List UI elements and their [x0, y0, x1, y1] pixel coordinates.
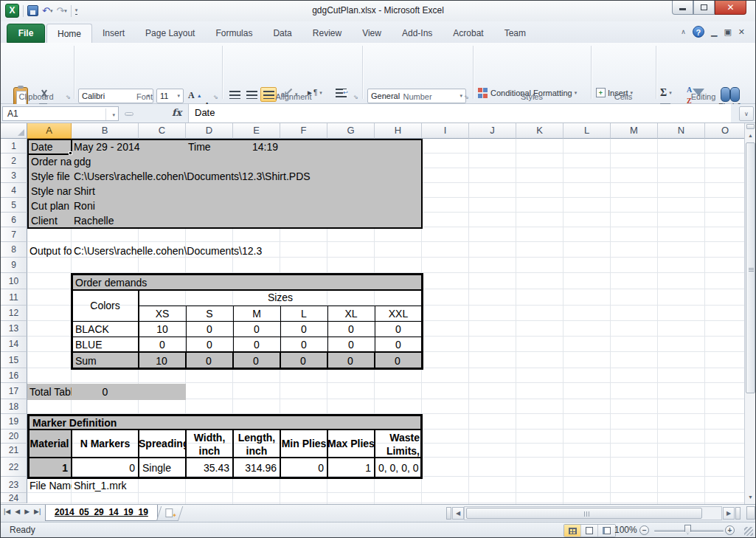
- cell-f22[interactable]: 0: [280, 459, 326, 477]
- row-header-3[interactable]: 3: [1, 168, 27, 183]
- cell-b15[interactable]: Sum: [73, 354, 136, 368]
- zoom-out-button[interactable]: –: [639, 525, 649, 535]
- font-dialog-launcher[interactable]: ⇘: [213, 94, 218, 100]
- cell-b22[interactable]: 0: [72, 459, 137, 477]
- tab-scrollbar-splitter[interactable]: [446, 507, 451, 520]
- row-header-1[interactable]: 1: [1, 139, 27, 154]
- cell-d14[interactable]: 0: [186, 337, 233, 352]
- cell-e20[interactable]: Length, inch: [233, 430, 280, 458]
- cell-b17[interactable]: 0: [72, 384, 139, 399]
- cell-c22[interactable]: Single: [140, 459, 186, 477]
- cell-c14[interactable]: 0: [139, 337, 186, 352]
- cell-b23[interactable]: Shirt_1.mrk: [72, 478, 182, 493]
- row-header-13[interactable]: 13: [1, 321, 27, 337]
- cell-h15[interactable]: 0: [375, 354, 420, 368]
- tab-formulas[interactable]: Formulas: [205, 24, 263, 43]
- cell-h22[interactable]: 0, 0, 0, 0: [376, 459, 422, 477]
- tab-data[interactable]: Data: [263, 24, 302, 43]
- resize-grip[interactable]: [744, 527, 753, 536]
- column-header-i[interactable]: I: [422, 123, 469, 139]
- cell-h20[interactable]: Waste Limits,: [375, 430, 422, 458]
- formula-input[interactable]: Date: [188, 104, 731, 123]
- cell-b10[interactable]: Order demands: [73, 275, 235, 291]
- row-header-22[interactable]: 22: [1, 458, 27, 477]
- cell-b11[interactable]: Colors: [72, 290, 139, 322]
- workbook-minimize-icon[interactable]: ▁: [711, 26, 717, 38]
- column-header-n[interactable]: N: [658, 123, 705, 139]
- column-header-j[interactable]: J: [469, 123, 516, 139]
- cell-g20[interactable]: Max Plies: [327, 430, 375, 458]
- insert-worksheet-button[interactable]: ✦: [156, 506, 183, 521]
- cell-b3[interactable]: C:\Users\rachelle.cohen\Documents\12.3\S…: [72, 169, 396, 184]
- cell-d13[interactable]: 0: [186, 322, 233, 337]
- row-header-4[interactable]: 4: [1, 183, 27, 198]
- row-header-19[interactable]: 19: [1, 414, 27, 430]
- cell-a22[interactable]: 1: [27, 459, 70, 477]
- name-box-dropdown-icon[interactable]: ▾: [112, 112, 115, 118]
- cell-e1[interactable]: 14:19: [233, 139, 280, 154]
- column-header-c[interactable]: C: [139, 123, 186, 139]
- page-break-view-button[interactable]: [598, 525, 615, 537]
- cell-e13[interactable]: 0: [233, 322, 280, 337]
- cell-b4[interactable]: Shirt: [72, 184, 139, 199]
- cell-g22[interactable]: 1: [327, 459, 373, 477]
- cell-f13[interactable]: 0: [280, 322, 327, 337]
- scroll-left-icon[interactable]: ◀: [452, 507, 464, 520]
- row-header-10[interactable]: 10: [1, 273, 27, 289]
- row-header-2[interactable]: 2: [1, 154, 27, 168]
- row-header-6[interactable]: 6: [1, 213, 27, 227]
- expand-formula-bar-icon[interactable]: ∨: [739, 106, 754, 121]
- tab-add-ins[interactable]: Add-Ins: [392, 24, 443, 43]
- cell-d22[interactable]: 35.43: [186, 459, 232, 477]
- cell-d15[interactable]: 0: [186, 354, 232, 368]
- maximize-button[interactable]: [693, 1, 715, 15]
- previous-sheet-icon[interactable]: ◀: [15, 508, 20, 515]
- cell-f12[interactable]: L: [280, 306, 327, 321]
- tab-review[interactable]: Review: [302, 24, 352, 43]
- cell-d12[interactable]: S: [186, 306, 233, 321]
- cell-c20[interactable]: Spreading: [139, 430, 186, 458]
- cell-h13[interactable]: 0: [375, 322, 422, 337]
- normal-view-button[interactable]: [564, 525, 581, 537]
- row-header-21[interactable]: 21: [1, 444, 27, 458]
- row-header-8[interactable]: 8: [1, 242, 27, 258]
- last-sheet-icon[interactable]: ▶|: [34, 508, 41, 515]
- cell-g12[interactable]: XL: [327, 306, 375, 321]
- cell-h14[interactable]: 0: [375, 337, 422, 352]
- cell-g14[interactable]: 0: [327, 337, 375, 352]
- tab-home[interactable]: Home: [46, 24, 92, 43]
- vertical-scroll-thumb[interactable]: [746, 142, 755, 393]
- cell-a3[interactable]: Style file: [29, 169, 72, 184]
- clipboard-dialog-launcher[interactable]: ⇘: [66, 94, 71, 100]
- cell-a17[interactable]: Total Tabl: [27, 384, 72, 399]
- column-header-l[interactable]: L: [563, 123, 611, 139]
- row-header-17[interactable]: 17: [1, 383, 27, 399]
- column-header-h[interactable]: H: [375, 123, 422, 139]
- cell-e12[interactable]: M: [233, 306, 280, 321]
- cell-c11[interactable]: Sizes: [139, 290, 422, 306]
- cell-f14[interactable]: 0: [280, 337, 327, 352]
- cell-b1[interactable]: May 29 - 2014: [72, 139, 182, 154]
- column-header-e[interactable]: E: [233, 123, 280, 139]
- cell-e14[interactable]: 0: [233, 337, 280, 352]
- tab-view[interactable]: View: [352, 24, 392, 43]
- row-header-15[interactable]: 15: [1, 352, 27, 368]
- cell-b13[interactable]: BLACK: [73, 322, 138, 337]
- cell-a5[interactable]: Cut plan o: [29, 199, 72, 213]
- cell-a23[interactable]: File Name: [27, 478, 72, 493]
- workbook-close-icon[interactable]: ✕: [738, 26, 745, 38]
- zoom-in-button[interactable]: +: [725, 525, 735, 535]
- scroll-down-icon[interactable]: ▼: [746, 492, 755, 503]
- cell-a2[interactable]: Order nan: [29, 154, 72, 169]
- row-header-11[interactable]: 11: [1, 289, 27, 306]
- alignment-dialog-launcher[interactable]: ⇘: [353, 94, 358, 100]
- cell-a8[interactable]: Output fo: [27, 244, 72, 258]
- row-header-9[interactable]: 9: [1, 258, 27, 273]
- cell-a4[interactable]: Style nam: [29, 184, 72, 199]
- cell-b5[interactable]: Roni: [72, 199, 139, 213]
- minimize-button[interactable]: [672, 1, 693, 15]
- scroll-right-icon[interactable]: ▶: [723, 507, 735, 520]
- column-header-d[interactable]: D: [186, 123, 233, 139]
- align-middle-button[interactable]: [243, 87, 260, 102]
- name-box[interactable]: A1 ▾: [2, 106, 119, 121]
